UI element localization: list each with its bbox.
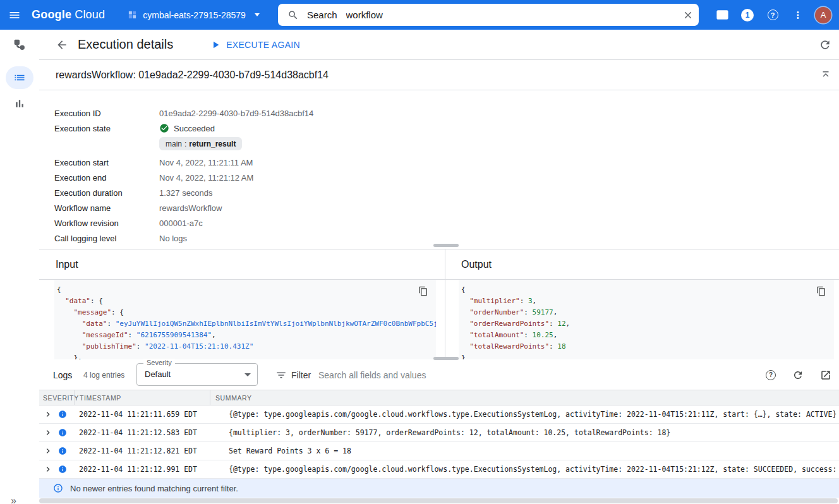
- topbar-actions: 1 ? A: [714, 0, 831, 30]
- logs-title: Logs: [53, 370, 72, 380]
- output-code: { "multiplier": 3, "orderNumber": 59177,…: [459, 280, 834, 359]
- column-summary: SUMMARY: [210, 390, 839, 405]
- detail-value: 1.327 seconds: [159, 188, 213, 198]
- expand-panel-button[interactable]: »: [11, 495, 15, 504]
- search-label: Search: [307, 9, 337, 20]
- refresh-icon: [819, 39, 831, 51]
- workflows-icon: [13, 39, 26, 51]
- log-search-input[interactable]: [318, 365, 697, 385]
- main-content: Execution details EXECUTE AGAIN rewardsW…: [39, 30, 839, 504]
- copy-icon: [816, 286, 826, 296]
- logo-cloud-text: Cloud: [75, 8, 105, 21]
- sidebar-item-workflows[interactable]: [6, 33, 33, 56]
- step-chip-separator: :: [184, 140, 186, 148]
- log-summary: Set Reward Points 3 x 6 = 18: [210, 447, 839, 455]
- back-button[interactable]: [56, 39, 68, 51]
- info-severity-icon: [58, 410, 67, 419]
- search-bar[interactable]: Search: [278, 4, 699, 26]
- logs-footer-message: No newer entries found matching current …: [70, 484, 238, 493]
- logs-footer-notice: No newer entries found matching current …: [39, 479, 839, 498]
- help-icon: ?: [768, 9, 778, 20]
- log-row[interactable]: 2022-11-04 11:21:11.659 EDT {@type: type…: [39, 405, 839, 424]
- detail-label: Execution start: [54, 158, 159, 167]
- menu-button[interactable]: [0, 0, 29, 30]
- info-severity-icon: [58, 465, 67, 474]
- step-chip[interactable]: main : return_result: [159, 137, 242, 150]
- detail-row: Execution ID 01e9ada2-2299-4030-b7d9-514…: [54, 105, 839, 121]
- detail-label: Execution state: [54, 124, 159, 133]
- refresh-button[interactable]: [819, 39, 831, 51]
- expand-row-icon[interactable]: [43, 446, 53, 456]
- severity-select[interactable]: Severity Default: [136, 363, 258, 386]
- dropdown-arrow-icon: [244, 373, 251, 376]
- copy-output-button[interactable]: [816, 286, 826, 296]
- notifications-button[interactable]: 1: [739, 7, 756, 23]
- page-title: Execution details: [78, 37, 173, 52]
- execute-again-label: EXECUTE AGAIN: [226, 40, 300, 50]
- detail-value: Nov 4, 2022, 11:21:11 AM: [159, 158, 253, 167]
- filter-button[interactable]: Filter: [275, 369, 311, 381]
- topbar: Google Cloud cymbal-eats-27915-28579 Sea…: [0, 0, 839, 30]
- expand-row-icon[interactable]: [43, 409, 53, 419]
- project-name: cymbal-eats-27915-28579: [143, 10, 246, 20]
- expand-row-icon[interactable]: [43, 428, 53, 438]
- open-in-new-icon: [820, 369, 831, 381]
- severity-value: Default: [145, 364, 171, 385]
- check-circle-icon: [159, 123, 169, 133]
- copy-input-button[interactable]: [418, 286, 428, 296]
- notification-badge: 1: [741, 9, 754, 21]
- google-cloud-logo[interactable]: Google Cloud: [32, 8, 105, 21]
- clear-search-button[interactable]: [677, 4, 699, 26]
- log-timestamp: 2022-11-04 11:21:12.821 EDT: [74, 447, 210, 455]
- detail-label: Execution ID: [54, 109, 159, 118]
- logs-help-button[interactable]: ?: [766, 370, 776, 380]
- copy-icon: [418, 286, 428, 296]
- metrics-icon: [13, 97, 26, 110]
- workflow-title-row: rewardsWorkflow: 01e9ada2-2299-4030-b7d9…: [39, 60, 839, 90]
- logo-google-text: Google: [32, 8, 71, 21]
- avatar[interactable]: A: [815, 7, 831, 23]
- detail-row-step: main : return_result: [54, 136, 839, 155]
- project-selector[interactable]: cymbal-eats-27915-28579: [128, 10, 260, 20]
- resize-handle-logs[interactable]: [433, 357, 459, 360]
- input-code-block[interactable]: { "data": { "message": { "data": "eyJuYW…: [54, 280, 436, 359]
- log-row[interactable]: 2022-11-04 11:21:12.821 EDT Set Reward P…: [39, 442, 839, 460]
- logs-toolbar: Logs 4 log entries Severity Default Filt…: [39, 360, 839, 390]
- sidebar-item-metrics[interactable]: [6, 92, 33, 115]
- collapse-section-button[interactable]: [820, 69, 831, 81]
- resize-handle-details[interactable]: [433, 244, 459, 247]
- sidebar: »: [0, 30, 39, 504]
- input-code: { "data": { "message": { "data": "eyJuYW…: [54, 280, 436, 359]
- log-summary: {multiplier: 3, orderNumber: 59177, orde…: [210, 428, 839, 437]
- log-timestamp: 2022-11-04 11:21:12.991 EDT: [74, 465, 210, 474]
- bottom-strip: [39, 498, 839, 504]
- log-severity-cell: [39, 428, 74, 438]
- log-row[interactable]: 2022-11-04 11:21:12.583 EDT {multiplier:…: [39, 424, 839, 442]
- open-in-new-button[interactable]: [820, 369, 831, 381]
- cloud-shell-button[interactable]: [714, 7, 730, 23]
- output-code-block[interactable]: { "multiplier": 3, "orderNumber": 59177,…: [459, 280, 834, 359]
- expand-row-icon[interactable]: [43, 464, 53, 474]
- detail-row: Workflow revision 000001-a7c: [54, 215, 839, 231]
- list-icon: [13, 71, 26, 84]
- logs-refresh-button[interactable]: [792, 369, 804, 381]
- horizontal-scrollbar[interactable]: [39, 498, 838, 503]
- column-severity: SEVERITY: [39, 390, 74, 405]
- detail-row: Execution start Nov 4, 2022, 11:21:11 AM: [54, 155, 839, 170]
- log-row[interactable]: 2022-11-04 11:21:12.991 EDT {@type: type…: [39, 460, 839, 479]
- execute-again-button[interactable]: EXECUTE AGAIN: [210, 39, 300, 51]
- more-vert-icon: [792, 9, 804, 21]
- sidebar-item-executions[interactable]: [6, 66, 33, 89]
- detail-label: Call logging level: [54, 234, 159, 243]
- detail-value: 01e9ada2-2299-4030-b7d9-514d38acbf14: [159, 109, 313, 118]
- help-button[interactable]: ?: [764, 7, 781, 23]
- execution-state-value: Succeeded: [174, 124, 215, 133]
- logs-count: 4 log entries: [83, 371, 124, 380]
- more-options-button[interactable]: [790, 7, 806, 23]
- info-severity-icon: [58, 447, 67, 455]
- info-severity-icon: [58, 428, 67, 437]
- refresh-icon: [792, 369, 804, 381]
- search-input[interactable]: [346, 9, 677, 20]
- detail-row: Workflow name rewardsWorkflow: [54, 200, 839, 215]
- detail-value: 000001-a7c: [159, 219, 203, 228]
